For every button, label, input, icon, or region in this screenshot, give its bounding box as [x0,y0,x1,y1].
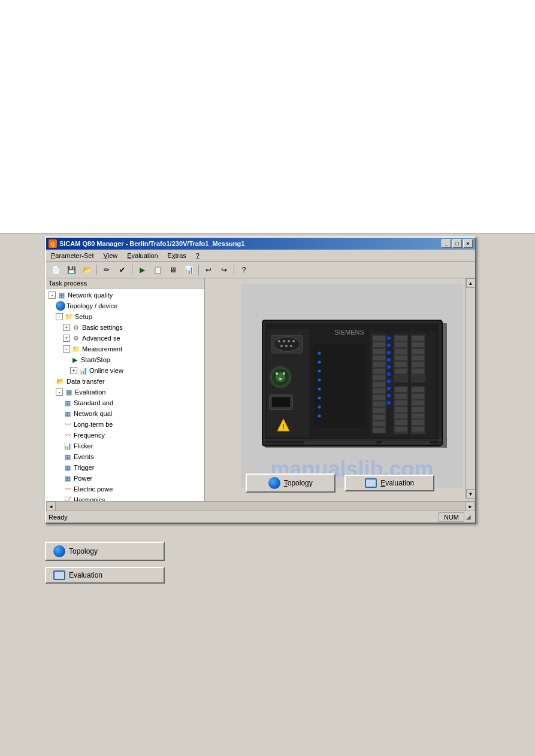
svg-point-49 [387,387,391,390]
advanced-settings-icon: ⚙ [71,333,81,343]
svg-rect-66 [395,427,407,432]
frequency-icon: 〰 [63,430,72,440]
tree-item-electric-power[interactable]: 〰 Electric powe [46,484,204,494]
annotation-evaluation-btn[interactable]: Evaluation [45,567,165,584]
tree-item-data-transfer[interactable]: 📂 Data transfer [46,376,204,387]
tree-label-evaluation: Evaluation [75,387,105,397]
toolbar-check[interactable]: ✔ [115,263,129,277]
tree-item-trigger[interactable]: ▦ Trigger [46,462,204,473]
tree-item-network-qual[interactable]: ▦ Network qual [46,408,204,419]
power-icon: ▦ [63,473,72,483]
svg-rect-62 [395,400,407,405]
menu-evaluation[interactable]: Evaluation [125,251,160,260]
svg-point-4 [274,337,300,351]
evaluation-icon: ▦ [64,387,74,397]
toolbar-open[interactable]: 📂 [80,263,94,277]
toolbar-run[interactable]: ▶ [135,263,149,277]
setup-icon: 📁 [64,312,74,321]
tree-label-longterm: Long-term be [74,420,113,429]
tree-item-topology[interactable]: Topology / device [46,300,204,311]
tree-item-advanced-settings[interactable]: + ⚙ Advanced se [46,333,204,344]
toolbar-sep-4 [234,265,234,275]
menu-extras[interactable]: Extras [165,251,189,260]
svg-point-87 [318,388,321,391]
h-scroll-track[interactable] [56,502,466,511]
svg-rect-28 [373,342,385,347]
svg-rect-56 [395,356,407,360]
tree-item-events[interactable]: ▦ Events [46,451,204,462]
annotation-area: Topology Evaluation [45,542,404,590]
tree-expand-icon[interactable]: - [49,292,56,299]
tree-item-online-view[interactable]: + 📊 Online view [46,365,204,376]
tree-label-advanced-settings: Advanced se [82,333,120,343]
svg-rect-81 [412,427,424,432]
tree-label-frequency: Frequency [74,430,105,440]
app-icon: Q [49,239,57,248]
toolbar-copy[interactable]: 📋 [150,263,165,277]
toolbar-edit[interactable]: ✏ [99,263,114,277]
tree-expand-eval[interactable]: - [56,388,63,396]
scroll-right-arrow[interactable]: ► [466,502,475,511]
toolbar-chart[interactable]: 📊 [182,263,196,277]
svg-point-42 [387,336,391,340]
tree-item-setup[interactable]: - 📁 Setup [46,311,204,322]
svg-rect-32 [373,369,385,374]
menu-bar: Parameter-Set View Evaluation Extras ? [46,250,475,262]
tree-item-measurement[interactable]: - 📁 Measurement [46,344,204,354]
menu-parameter-set[interactable]: Parameter-Set [49,251,96,260]
menu-view[interactable]: View [101,251,120,260]
tree-expand-setup[interactable]: - [56,313,63,320]
tree-label-events: Events [74,452,94,462]
topology-button-label: Topology [284,479,313,487]
scroll-down-arrow[interactable]: ▼ [466,489,476,499]
minimize-button[interactable]: _ [442,239,451,248]
tree-expand-measurement[interactable]: - [63,345,70,353]
tree-item-frequency[interactable]: 〰 Frequency [46,430,204,441]
topology-button[interactable]: Topology [246,473,335,493]
toolbar-forward[interactable]: ↪ [217,263,231,277]
toolbar-screen[interactable]: 🖥 [166,263,180,277]
toolbar-new[interactable]: 📄 [49,263,63,277]
topology-globe-icon [56,301,65,311]
toolbar-back[interactable]: ↩ [201,263,216,277]
scroll-left-arrow[interactable]: ◄ [46,502,56,511]
network-quality-icon: ▦ [57,290,67,300]
tree-area[interactable]: - ▦ Network quality Topology / device - … [46,289,204,511]
window-title: SICAM Q80 Manager - Berlin/Trafo1/230V/T… [59,240,244,247]
tree-item-network-quality[interactable]: - ▦ Network quality [46,290,204,300]
tree-item-start-stop[interactable]: ▶ Start/Stop [46,354,204,365]
tree-label-start-stop: Start/Stop [81,355,110,365]
tree-expand-advanced[interactable]: + [63,335,70,342]
svg-point-90 [318,415,321,418]
tree-expand-basic[interactable]: + [63,324,70,331]
tree-item-longterm[interactable]: 〰 Long-term be [46,419,204,430]
svg-rect-27 [373,336,385,341]
svg-point-46 [387,365,391,369]
trigger-icon: ▦ [63,463,72,472]
right-scrollbar[interactable]: ▲ ▼ [466,278,475,499]
menu-help[interactable]: ? [194,251,202,260]
toolbar-help[interactable]: ? [237,263,251,277]
svg-rect-63 [395,407,407,412]
svg-rect-77 [412,400,424,405]
tree-item-standard[interactable]: ▦ Standard and [46,397,204,408]
scroll-up-arrow[interactable]: ▲ [466,278,476,288]
svg-rect-53 [395,336,407,341]
resize-handle[interactable]: ◢ [464,513,473,521]
tree-item-evaluation[interactable]: - ▦ Evaluation [46,387,204,397]
tree-item-basic-settings[interactable]: + ⚙ Basic settings [46,322,204,333]
svg-rect-54 [395,342,407,347]
close-button[interactable]: × [463,239,473,248]
evaluation-button[interactable]: Evaluation [344,475,434,491]
tree-label-measurement: Measurement [82,344,122,354]
tree-expand-online[interactable]: + [70,367,77,374]
toolbar-save[interactable]: 💾 [64,263,78,277]
maximize-button[interactable]: □ [452,239,462,248]
events-icon: ▦ [63,452,72,462]
h-scrollbar[interactable]: ◄ ► [46,501,475,511]
tree-item-flicker[interactable]: 📊 Flicker [46,441,204,451]
tree-label-electric-power: Electric powe [74,484,113,494]
annotation-topology-btn[interactable]: Topology [45,542,165,561]
tree-label-flicker: Flicker [74,441,93,451]
tree-item-power[interactable]: ▦ Power [46,473,204,484]
